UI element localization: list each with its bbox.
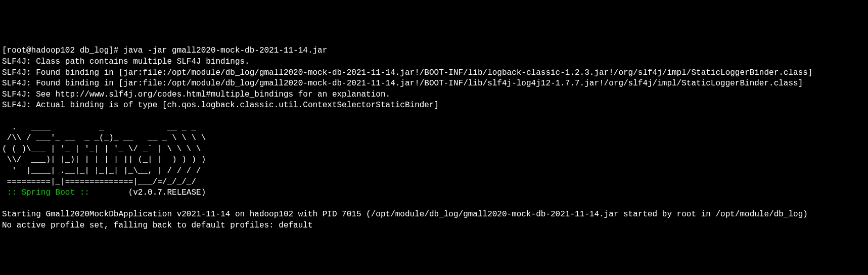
ascii-art-line: ' |____| .__|_| |_|_| |_\__, | / / / / <box>2 166 201 175</box>
spring-boot-version: (v2.0.7.RELEASE) <box>89 188 206 197</box>
startup-log-line: No active profile set, falling back to d… <box>2 221 313 230</box>
log-line: SLF4J: See http://www.slf4j.org/codes.ht… <box>2 90 390 99</box>
command-text: java -jar gmall2020-mock-db-2021-11-14.j… <box>123 46 327 55</box>
shell-prompt: [root@hadoop102 db_log]# <box>2 46 123 55</box>
spring-boot-label: :: Spring Boot :: <box>2 188 89 197</box>
ascii-art-line: . ____ _ __ _ _ <box>2 123 196 132</box>
terminal-output[interactable]: [root@hadoop102 db_log]# java -jar gmall… <box>2 45 868 231</box>
ascii-art-line: /\\ / ___'_ __ _ _(_)_ __ __ _ \ \ \ \ <box>2 133 206 143</box>
startup-log-line: Starting Gmall2020MockDbApplication v202… <box>2 210 808 219</box>
log-line: SLF4J: Actual binding is of type [ch.qos… <box>2 101 439 110</box>
log-line: SLF4J: Found binding in [jar:file:/opt/m… <box>2 79 803 88</box>
ascii-art-line: ( ( )\___ | '_ | '_| | '_ \/ _` | \ \ \ … <box>2 145 201 154</box>
ascii-art-line: \\/ ___)| |_)| | | | | || (_| | ) ) ) ) <box>2 155 206 164</box>
log-line: SLF4J: Class path contains multiple SLF4… <box>2 57 250 66</box>
log-line: SLF4J: Found binding in [jar:file:/opt/m… <box>2 68 812 77</box>
ascii-art-line: =========|_|==============|___/=/_/_/_/ <box>2 177 196 187</box>
